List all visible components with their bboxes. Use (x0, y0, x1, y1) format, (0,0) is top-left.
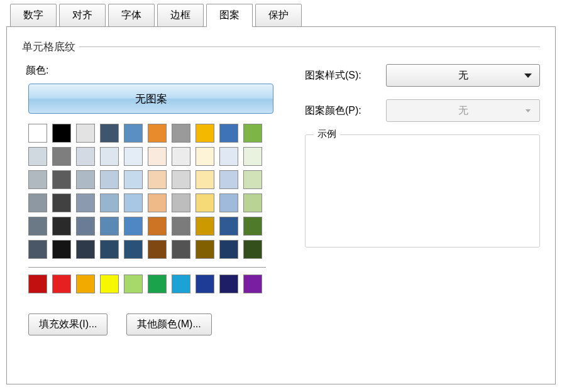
color-row (28, 217, 280, 236)
color-swatch[interactable] (196, 147, 214, 166)
color-swatch[interactable] (219, 193, 238, 212)
chevron-down-icon (526, 109, 531, 112)
pattern-color-combo[interactable]: 无 (386, 99, 540, 122)
color-swatch[interactable] (148, 147, 167, 166)
color-swatch[interactable] (196, 124, 214, 143)
pattern-style-combo[interactable]: 无 (386, 64, 540, 87)
group-divider (79, 46, 540, 47)
pattern-panel: 单元格底纹 颜色: 无图案 填充效果(I)... 其他颜色(M)... 图案样式… (6, 26, 556, 384)
color-swatch[interactable] (124, 275, 143, 293)
color-swatch[interactable] (76, 170, 95, 189)
color-swatch[interactable] (243, 170, 262, 189)
fill-effects-button[interactable]: 填充效果(I)... (28, 313, 107, 335)
sample-group: 示例 (305, 134, 540, 248)
color-swatch[interactable] (76, 217, 95, 236)
color-grid (28, 124, 280, 293)
color-swatch[interactable] (219, 275, 238, 293)
color-swatch[interactable] (172, 240, 190, 259)
color-swatch[interactable] (28, 275, 47, 293)
color-row (28, 193, 280, 212)
color-swatch[interactable] (243, 217, 262, 236)
color-swatch[interactable] (219, 170, 238, 189)
tab-protect[interactable]: 保护 (255, 4, 302, 27)
color-swatch[interactable] (100, 275, 119, 293)
color-swatch[interactable] (196, 217, 214, 236)
color-swatch[interactable] (196, 275, 214, 293)
group-title-text: 单元格底纹 (22, 40, 75, 54)
color-swatch[interactable] (28, 170, 47, 189)
more-colors-button[interactable]: 其他颜色(M)... (126, 313, 211, 335)
color-swatch[interactable] (76, 275, 95, 293)
color-row (28, 170, 280, 189)
group-title: 单元格底纹 (22, 40, 540, 54)
color-divider (28, 267, 266, 268)
color-swatch[interactable] (219, 147, 238, 166)
color-swatch[interactable] (100, 240, 119, 259)
color-swatch[interactable] (76, 147, 95, 166)
color-swatch[interactable] (52, 217, 71, 236)
color-swatch[interactable] (76, 124, 95, 143)
color-swatch[interactable] (52, 170, 71, 189)
color-swatch[interactable] (219, 240, 238, 259)
tab-number[interactable]: 数字 (10, 4, 57, 27)
color-swatch[interactable] (124, 217, 143, 236)
color-row (28, 147, 280, 166)
color-swatch[interactable] (148, 124, 167, 143)
color-swatch[interactable] (243, 124, 262, 143)
color-swatch[interactable] (196, 240, 214, 259)
color-swatch[interactable] (196, 193, 214, 212)
color-swatch[interactable] (28, 147, 47, 166)
color-section: 颜色: 无图案 填充效果(I)... 其他颜色(M)... (22, 64, 280, 335)
color-swatch[interactable] (243, 193, 262, 212)
color-swatch[interactable] (28, 193, 47, 212)
color-swatch[interactable] (243, 240, 262, 259)
color-swatch[interactable] (243, 275, 262, 293)
color-swatch[interactable] (219, 217, 238, 236)
color-swatch[interactable] (100, 124, 119, 143)
color-swatch[interactable] (28, 217, 47, 236)
pattern-color-label: 图案颜色(P): (305, 104, 377, 117)
color-swatch[interactable] (148, 275, 167, 293)
color-swatch[interactable] (148, 193, 167, 212)
color-swatch[interactable] (100, 170, 119, 189)
chevron-down-icon (524, 74, 532, 78)
color-swatch[interactable] (76, 240, 95, 259)
color-swatch[interactable] (52, 240, 71, 259)
color-swatch[interactable] (172, 193, 190, 212)
color-swatch[interactable] (124, 170, 143, 189)
color-swatch[interactable] (28, 124, 47, 143)
color-swatch[interactable] (124, 124, 143, 143)
color-swatch[interactable] (148, 170, 167, 189)
color-swatch[interactable] (28, 240, 47, 259)
tab-border[interactable]: 边框 (157, 4, 204, 27)
color-swatch[interactable] (52, 193, 71, 212)
color-swatch[interactable] (124, 193, 143, 212)
color-row (28, 124, 280, 143)
color-swatch[interactable] (76, 193, 95, 212)
no-pattern-button[interactable]: 无图案 (28, 84, 273, 114)
color-swatch[interactable] (172, 147, 190, 166)
color-swatch[interactable] (124, 240, 143, 259)
color-swatch[interactable] (148, 217, 167, 236)
tab-align[interactable]: 对齐 (59, 4, 106, 27)
color-swatch[interactable] (52, 124, 71, 143)
color-swatch[interactable] (172, 170, 190, 189)
color-row (28, 275, 280, 293)
color-swatch[interactable] (219, 124, 238, 143)
color-swatch[interactable] (243, 147, 262, 166)
color-swatch[interactable] (124, 147, 143, 166)
color-swatch[interactable] (52, 275, 71, 293)
pattern-color-value: 无 (458, 104, 468, 117)
sample-preview (305, 134, 540, 248)
color-swatch[interactable] (100, 217, 119, 236)
color-swatch[interactable] (52, 147, 71, 166)
color-swatch[interactable] (196, 170, 214, 189)
tab-font[interactable]: 字体 (108, 4, 155, 27)
color-swatch[interactable] (100, 193, 119, 212)
color-swatch[interactable] (100, 147, 119, 166)
color-swatch[interactable] (172, 275, 190, 293)
color-swatch[interactable] (172, 217, 190, 236)
color-swatch[interactable] (172, 124, 190, 143)
color-swatch[interactable] (148, 240, 167, 259)
tab-pattern[interactable]: 图案 (206, 4, 253, 27)
